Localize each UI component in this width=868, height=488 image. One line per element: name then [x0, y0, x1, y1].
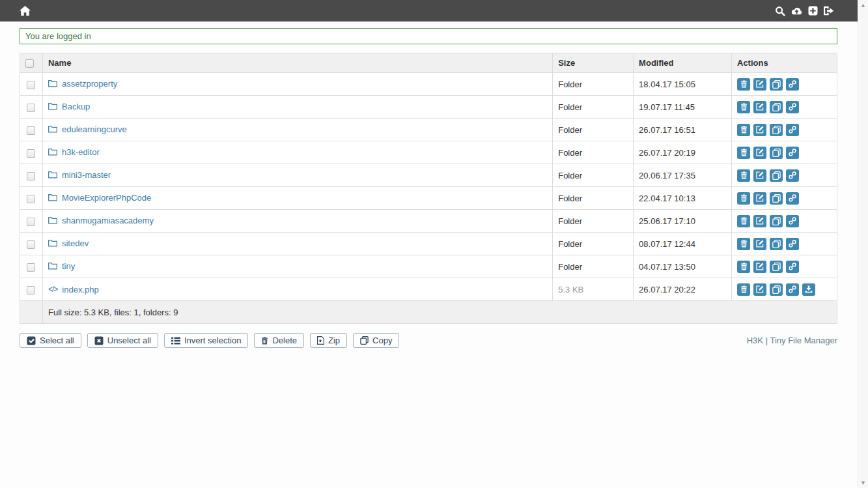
link-action-button[interactable]: [786, 215, 799, 227]
link-action-button[interactable]: [786, 238, 799, 250]
row-checkbox[interactable]: [27, 240, 35, 249]
edit-action-button[interactable]: [753, 124, 766, 136]
row-checkbox[interactable]: [27, 218, 35, 226]
link-action-button[interactable]: [786, 283, 799, 296]
link-action-button[interactable]: [786, 78, 799, 91]
item-link[interactable]: MovieExplorerPhpCode: [48, 193, 151, 203]
copy-action-button[interactable]: [770, 169, 783, 182]
link-action-button[interactable]: [786, 261, 799, 273]
delete-action-button[interactable]: [737, 78, 750, 91]
trash-icon: [740, 103, 748, 111]
row-checkbox[interactable]: [27, 195, 35, 203]
search-button[interactable]: [775, 6, 785, 16]
row-checkbox[interactable]: [27, 172, 35, 180]
link-action-button[interactable]: [786, 101, 799, 113]
upload-button[interactable]: [791, 7, 803, 16]
select-all-button[interactable]: Select all: [20, 333, 81, 348]
item-link[interactable]: tiny: [48, 261, 75, 271]
link-icon: [789, 240, 796, 248]
delete-button[interactable]: Delete: [254, 333, 304, 348]
item-name: h3k-editor: [62, 147, 100, 157]
item-link[interactable]: </> index.php: [48, 285, 99, 294]
item-modified: 26.07.17 20:19: [634, 141, 732, 164]
edit-action-button[interactable]: [753, 147, 766, 159]
edit-action-button[interactable]: [753, 78, 766, 91]
item-link[interactable]: edulearningcurve: [48, 124, 127, 134]
page-scrollbar[interactable]: ▲ ▼: [858, 0, 868, 488]
scroll-up-icon[interactable]: ▲: [860, 2, 866, 8]
row-actions: [737, 124, 832, 136]
item-link[interactable]: mini3-master: [48, 170, 111, 180]
edit-action-button[interactable]: [753, 101, 766, 113]
invert-selection-button[interactable]: Invert selection: [164, 333, 248, 348]
item-link[interactable]: Backup: [48, 102, 90, 111]
item-link[interactable]: shanmugamiasacademy: [48, 216, 154, 225]
copy-action-button[interactable]: [770, 192, 783, 205]
new-item-button[interactable]: [808, 6, 818, 16]
link-action-button[interactable]: [786, 147, 799, 159]
item-modified: 26.07.17 16:51: [634, 119, 732, 141]
edit-action-button[interactable]: [753, 169, 766, 182]
copy-action-button[interactable]: [770, 124, 783, 136]
link-action-button[interactable]: [786, 124, 799, 136]
link-action-button[interactable]: [786, 192, 799, 205]
delete-action-button[interactable]: [737, 124, 750, 136]
home-button[interactable]: [20, 6, 31, 16]
item-name: tiny: [62, 261, 75, 271]
logout-button[interactable]: [823, 6, 834, 16]
link-action-button[interactable]: [786, 169, 799, 182]
copy-action-button[interactable]: [770, 101, 783, 113]
row-checkbox[interactable]: [27, 81, 35, 89]
item-size: Folder: [553, 210, 634, 233]
edit-icon: [756, 194, 764, 202]
copy-action-button[interactable]: [770, 238, 783, 250]
app-name-link[interactable]: Tiny File Manager: [770, 336, 837, 345]
item-link[interactable]: assetzproperty: [48, 79, 117, 89]
edit-action-button[interactable]: [753, 215, 766, 227]
edit-action-button[interactable]: [753, 261, 766, 273]
edit-action-button[interactable]: [753, 238, 766, 250]
copy-action-button[interactable]: [770, 215, 783, 227]
row-checkbox[interactable]: [27, 263, 35, 272]
trash-icon: [740, 149, 748, 156]
edit-action-button[interactable]: [753, 192, 766, 205]
item-link[interactable]: h3k-editor: [48, 147, 100, 157]
button-label: Select all: [40, 336, 74, 345]
copy-icon: [772, 103, 781, 111]
x-square-icon: [94, 336, 104, 345]
download-action-button[interactable]: [802, 283, 815, 296]
copy-icon: [772, 80, 781, 89]
copy-action-button[interactable]: [770, 78, 783, 91]
delete-action-button[interactable]: [737, 261, 750, 273]
copy-action-button[interactable]: [770, 261, 783, 273]
delete-action-button[interactable]: [737, 169, 750, 182]
delete-action-button[interactable]: [737, 238, 750, 250]
row-checkbox[interactable]: [27, 126, 35, 135]
column-header-modified: Modified: [634, 53, 732, 73]
item-name: assetzproperty: [62, 79, 117, 89]
row-checkbox[interactable]: [27, 104, 35, 112]
copy-action-button[interactable]: [770, 283, 783, 296]
folder-icon: [48, 216, 57, 224]
item-modified: 22.04.17 10:13: [634, 187, 732, 210]
delete-action-button[interactable]: [737, 101, 750, 113]
select-all-checkbox[interactable]: [25, 59, 34, 68]
scroll-down-icon[interactable]: ▼: [860, 480, 866, 486]
edit-action-button[interactable]: [753, 283, 766, 296]
row-checkbox[interactable]: [27, 149, 35, 158]
brand-link[interactable]: H3K: [747, 336, 763, 345]
folder-icon: [48, 102, 57, 110]
delete-action-button[interactable]: [737, 192, 750, 205]
link-icon: [789, 103, 796, 111]
unselect-all-button[interactable]: Unselect all: [87, 333, 158, 348]
delete-action-button[interactable]: [737, 283, 750, 296]
delete-action-button[interactable]: [737, 215, 750, 227]
copy-button[interactable]: Copy: [353, 333, 399, 348]
copy-action-button[interactable]: [770, 147, 783, 159]
row-checkbox[interactable]: [27, 286, 35, 294]
copy-icon: [772, 149, 781, 157]
delete-action-button[interactable]: [737, 147, 750, 159]
copy-icon: [772, 126, 781, 134]
zip-button[interactable]: Zip: [310, 333, 347, 348]
item-link[interactable]: sitedev: [48, 238, 89, 248]
